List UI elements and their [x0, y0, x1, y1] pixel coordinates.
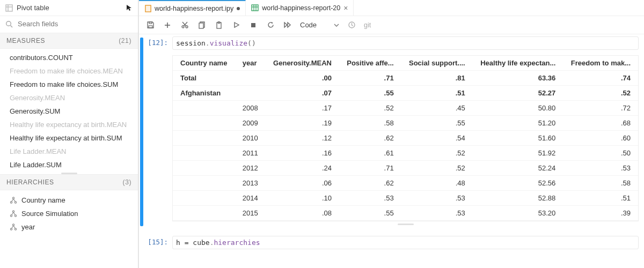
- table-row[interactable]: 2013.06.62.4852.56.58: [173, 176, 638, 191]
- hierarchy-icon: [10, 197, 17, 204]
- svg-line-9: [13, 199, 15, 202]
- code-editor-15[interactable]: h = cube.hierarchies: [172, 236, 639, 249]
- cell-value: .39: [563, 206, 638, 221]
- svg-line-8: [12, 199, 13, 202]
- hierarchies-list[interactable]: Country nameSource Simulationyear: [0, 190, 138, 237]
- svg-rect-0: [6, 5, 12, 11]
- svg-point-17: [14, 228, 16, 230]
- hierarchy-icon: [10, 210, 17, 217]
- search-input[interactable]: [17, 19, 133, 28]
- cell-value: .68: [563, 116, 638, 131]
- cell-value: 53.20: [473, 206, 564, 221]
- stop-button[interactable]: [248, 20, 258, 30]
- table-row[interactable]: 2015.08.55.5353.20.39: [173, 206, 638, 221]
- output-resize-handle[interactable]: [172, 221, 639, 227]
- measure-item[interactable]: Life Ladder.SUM: [0, 158, 138, 172]
- table-header[interactable]: Social support....: [401, 56, 473, 71]
- svg-line-18: [12, 226, 13, 228]
- table-header[interactable]: Generosity.MEAN: [266, 56, 339, 71]
- copy-button[interactable]: [197, 20, 207, 30]
- table-row[interactable]: 2010.12.62.5451.60.60: [173, 131, 638, 146]
- measure-item[interactable]: Freedom to make life choices.SUM: [0, 78, 138, 91]
- cell-value: 52.24: [473, 161, 564, 176]
- measure-item[interactable]: Generosity.SUM: [0, 105, 138, 118]
- cell-country: Total: [173, 71, 235, 86]
- cell-value: .72: [563, 101, 638, 116]
- search-row[interactable]: [0, 16, 138, 33]
- cell-country: [173, 116, 235, 131]
- table-row[interactable]: Afghanistan.07.55.5152.27.52: [173, 86, 638, 101]
- cell-value: 51.20: [473, 116, 564, 131]
- cut-button[interactable]: [180, 20, 189, 30]
- cell-value: .60: [563, 131, 638, 146]
- table-header[interactable]: Healthy life expectan...: [473, 56, 564, 71]
- svg-point-7: [14, 202, 16, 203]
- svg-point-16: [10, 228, 12, 230]
- tab[interactable]: world-happiness-report.ipy: [139, 0, 246, 16]
- run-all-button[interactable]: [283, 20, 292, 30]
- table-row[interactable]: 2012.24.71.5252.24.53: [173, 161, 638, 176]
- history-button[interactable]: [347, 20, 356, 30]
- svg-line-19: [13, 226, 15, 228]
- cell-value: .12: [266, 131, 339, 146]
- measures-header[interactable]: MEASURES (21): [0, 33, 138, 49]
- cell-value: 51.92: [473, 146, 564, 161]
- cell-year: 2010: [235, 131, 266, 146]
- tab-icon: [144, 5, 151, 12]
- cell-12[interactable]: [12]: session.visualize() Country nameye…: [139, 34, 644, 229]
- hierarchy-item[interactable]: year: [0, 220, 138, 234]
- cell-value: .52: [563, 86, 638, 101]
- hierarchy-item[interactable]: Source Simulation: [0, 207, 138, 220]
- cell-value: .48: [401, 176, 473, 191]
- measure-item[interactable]: Healthy life expectancy at birth.MEAN: [0, 118, 138, 131]
- table-row[interactable]: 2009.19.58.5551.20.68: [173, 116, 638, 131]
- measure-item[interactable]: Life Ladder.MEAN: [0, 145, 138, 158]
- svg-line-13: [12, 212, 13, 215]
- cell-value: .45: [401, 101, 473, 116]
- paste-button[interactable]: [214, 20, 224, 30]
- measure-item[interactable]: Healthy life expectancy at birth.SUM: [0, 131, 138, 145]
- measure-item[interactable]: Log GDP per capita.MEAN: [0, 172, 138, 172]
- table-row[interactable]: Total.00.71.8163.36.74: [173, 71, 638, 86]
- tab-label: world-happiness-report.ipy: [155, 5, 233, 12]
- tab[interactable]: world-happiness-report-20×: [246, 0, 354, 16]
- run-button[interactable]: [231, 20, 241, 30]
- hierarchies-header[interactable]: HIERARCHIES (3): [0, 174, 138, 190]
- cell-value: .53: [401, 191, 473, 206]
- table-row[interactable]: 2008.17.52.4550.80.72: [173, 101, 638, 116]
- measure-item[interactable]: Generosity.MEAN: [0, 91, 138, 105]
- cell-year: 2013: [235, 176, 266, 191]
- table-header[interactable]: Freedom to mak...: [563, 56, 638, 71]
- cell-type-select[interactable]: Code: [300, 21, 339, 29]
- cell-value: .58: [339, 116, 401, 131]
- cell-value: .07: [266, 86, 339, 101]
- code-editor-12[interactable]: session.visualize(): [172, 36, 639, 50]
- close-icon[interactable]: ×: [343, 4, 348, 12]
- cell-country: [173, 206, 235, 221]
- measure-item[interactable]: contributors.COUNT: [0, 51, 138, 64]
- table-header[interactable]: Positive affe...: [339, 56, 401, 71]
- table-row[interactable]: 2014.10.53.5352.88.51: [173, 191, 638, 206]
- sidebar-header: Pivot table: [0, 0, 138, 16]
- table-header[interactable]: Country name: [173, 56, 235, 71]
- cell-year: [235, 71, 266, 86]
- table-row[interactable]: 2011.16.61.5251.92.50: [173, 146, 638, 161]
- hierarchy-item[interactable]: Country name: [0, 193, 138, 207]
- cell-15[interactable]: [15]: h = cube.hierarchies: [139, 234, 644, 251]
- measure-item[interactable]: Freedom to make life choices.MEAN: [0, 64, 138, 78]
- table-header[interactable]: year: [235, 56, 266, 71]
- cell-value: .58: [563, 176, 638, 191]
- prompt-12: [12]:: [144, 36, 172, 227]
- cell-country: [173, 176, 235, 191]
- cell-year: 2014: [235, 191, 266, 206]
- restart-button[interactable]: [266, 20, 275, 30]
- measures-list[interactable]: contributors.COUNTFreedom to make life c…: [0, 49, 138, 172]
- git-label[interactable]: git: [364, 21, 371, 29]
- pivot-output-table[interactable]: Country nameyearGenerosity.MEANPositive …: [172, 55, 639, 221]
- save-button[interactable]: [145, 20, 155, 30]
- add-cell-button[interactable]: [163, 20, 172, 30]
- hierarchy-label: year: [21, 223, 35, 231]
- cell-value: .54: [401, 131, 473, 146]
- cell-value: 50.80: [473, 101, 564, 116]
- cell-value: .52: [401, 161, 473, 176]
